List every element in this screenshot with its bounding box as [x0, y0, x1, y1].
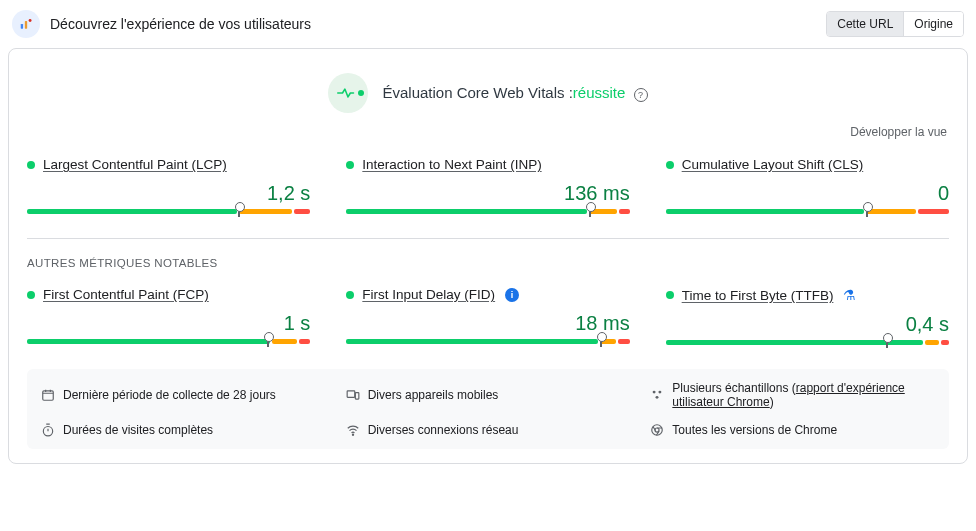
assessment-label: Évaluation Core Web Vitals : [382, 84, 572, 101]
distribution-bar [346, 209, 629, 214]
status-dot [27, 291, 35, 299]
metric-ttfb: Time to First Byte (TTFB) ⚗0,4 s [666, 287, 949, 345]
footer-sessions: Durées de visites complètes [41, 423, 326, 437]
svg-rect-4 [347, 391, 355, 397]
crux-card: Évaluation Core Web Vitals :réussite ? D… [8, 48, 968, 464]
flask-icon: ⚗ [843, 287, 856, 303]
footer-info: Dernière période de collecte de 28 jours… [27, 369, 949, 449]
speed-insights-icon [12, 10, 40, 38]
tab-this-url[interactable]: Cette URL [827, 12, 903, 36]
divider [27, 238, 949, 239]
svg-rect-5 [355, 393, 359, 399]
status-dot [666, 161, 674, 169]
distribution-bar [346, 339, 629, 344]
svg-point-10 [352, 434, 353, 435]
metric-value: 0 [666, 182, 949, 205]
status-dot [27, 161, 35, 169]
footer-networks: Diverses connexions réseau [346, 423, 631, 437]
metric-fcp: First Contentful Paint (FCP) 1 s [27, 287, 310, 345]
metric-name-link[interactable]: Largest Contentful Paint (LCP) [43, 157, 227, 172]
metric-value: 136 ms [346, 182, 629, 205]
metric-name-link[interactable]: First Input Delay (FID) [362, 287, 495, 302]
metric-value: 0,4 s [666, 313, 949, 336]
info-icon[interactable]: i [505, 288, 519, 302]
metric-inp: Interaction to Next Paint (INP) 136 ms [346, 157, 629, 214]
svg-rect-0 [21, 24, 23, 29]
percentile-marker [267, 336, 269, 347]
footer-period: Dernière période de collecte de 28 jours [41, 381, 326, 409]
percentile-marker [238, 206, 240, 217]
footer-devices: Divers appareils mobiles [346, 381, 631, 409]
stopwatch-icon [41, 423, 55, 437]
expand-view-link[interactable]: Développer la vue [27, 117, 949, 157]
other-metrics-label: AUTRES MÉTRIQUES NOTABLES [27, 257, 949, 269]
metric-name-link[interactable]: Cumulative Layout Shift (CLS) [682, 157, 864, 172]
percentile-marker [600, 336, 602, 347]
metric-name-link[interactable]: First Contentful Paint (FCP) [43, 287, 209, 302]
metric-lcp: Largest Contentful Paint (LCP) 1,2 s [27, 157, 310, 214]
metric-fid: First Input Delay (FID) i18 ms [346, 287, 629, 345]
calendar-icon [41, 388, 55, 402]
footer-versions: Toutes les versions de Chrome [650, 423, 935, 437]
metric-cls: Cumulative Layout Shift (CLS) 0 [666, 157, 949, 214]
svg-point-8 [656, 396, 659, 399]
distribution-bar [27, 339, 310, 344]
distribution-bar [666, 340, 949, 345]
status-dot [666, 291, 674, 299]
svg-point-7 [659, 391, 662, 394]
status-dot [346, 291, 354, 299]
svg-point-2 [29, 19, 32, 22]
scope-toggle: Cette URL Origine [826, 11, 964, 37]
chrome-icon [650, 423, 664, 437]
page-title: Découvrez l'expérience de vos utilisateu… [50, 16, 311, 32]
percentile-marker [886, 337, 888, 348]
metric-name-link[interactable]: Time to First Byte (TTFB) [682, 288, 834, 303]
svg-point-6 [653, 391, 656, 394]
footer-samples: Plusieurs échantillons (rapport d'expéri… [650, 381, 935, 409]
help-icon[interactable]: ? [634, 88, 648, 102]
metric-value: 1,2 s [27, 182, 310, 205]
pulse-icon [328, 73, 368, 113]
tab-origin[interactable]: Origine [903, 12, 963, 36]
samples-icon [650, 388, 664, 402]
status-dot [346, 161, 354, 169]
assessment-text: Évaluation Core Web Vitals :réussite ? [382, 84, 647, 102]
network-icon [346, 423, 360, 437]
percentile-marker [589, 206, 591, 217]
svg-rect-3 [43, 391, 54, 400]
core-metrics-grid: Largest Contentful Paint (LCP) 1,2 sInte… [27, 157, 949, 214]
metric-name-link[interactable]: Interaction to Next Paint (INP) [362, 157, 541, 172]
svg-rect-1 [25, 21, 27, 29]
distribution-bar [666, 209, 949, 214]
assessment-row: Évaluation Core Web Vitals :réussite ? [27, 67, 949, 117]
assessment-result: réussite [573, 84, 626, 101]
header: Découvrez l'expérience de vos utilisateu… [12, 10, 311, 38]
percentile-marker [866, 206, 868, 217]
devices-icon [346, 388, 360, 402]
metric-value: 18 ms [346, 312, 629, 335]
other-metrics-grid: First Contentful Paint (FCP) 1 sFirst In… [27, 287, 949, 345]
distribution-bar [27, 209, 310, 214]
svg-point-9 [43, 427, 52, 436]
